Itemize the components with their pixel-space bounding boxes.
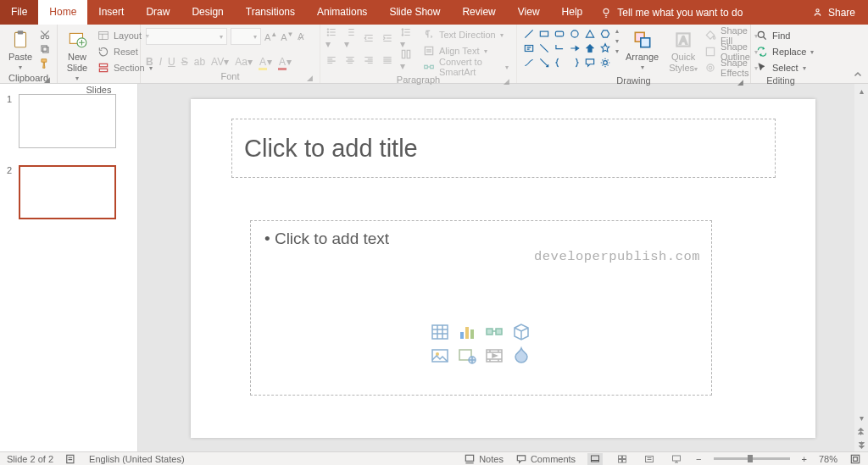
shape-triangle-icon[interactable] xyxy=(583,27,597,40)
italic-button[interactable]: I xyxy=(159,56,162,68)
bullets-button[interactable]: ▾ xyxy=(326,26,337,50)
tab-insert[interactable]: Insert xyxy=(87,0,135,25)
tab-design[interactable]: Design xyxy=(181,0,234,25)
gallery-up-icon[interactable]: ▴ xyxy=(615,27,619,35)
strike-button[interactable]: S xyxy=(181,56,188,68)
slideshow-view-icon[interactable] xyxy=(669,453,684,465)
font-launcher[interactable]: ◢ xyxy=(307,74,313,82)
tab-view[interactable]: View xyxy=(507,0,551,25)
shape-text-icon[interactable] xyxy=(522,42,536,54)
inc-indent-button[interactable] xyxy=(381,32,393,44)
bold-button[interactable]: B xyxy=(146,56,153,68)
status-language[interactable]: English (United States) xyxy=(89,454,185,464)
underline-button[interactable]: U xyxy=(168,56,175,68)
shape-effects-button[interactable]: Shape Effects ▾ xyxy=(704,60,758,75)
quick-styles-button[interactable]: A Quick Styles▾ xyxy=(665,27,701,75)
normal-view-icon[interactable] xyxy=(587,453,603,465)
insert-chart-icon[interactable] xyxy=(457,322,477,339)
prev-slide-icon[interactable]: ⯭ xyxy=(854,424,868,438)
thumbnail-2[interactable] xyxy=(19,165,116,219)
numbering-button[interactable]: ▾ xyxy=(344,26,356,50)
cut-button[interactable] xyxy=(39,29,51,41)
select-button[interactable]: Select ▾ xyxy=(756,60,814,75)
shape-line-icon[interactable] xyxy=(522,27,536,40)
insert-video-icon[interactable] xyxy=(484,346,504,363)
shape-hex-icon[interactable] xyxy=(598,27,612,40)
align-right-button[interactable] xyxy=(363,54,375,66)
tell-me-search[interactable]: Tell me what you want to do xyxy=(600,0,743,25)
columns-button[interactable]: ▾ xyxy=(400,48,412,72)
shape-callout-icon[interactable] xyxy=(583,56,597,69)
shape-elbow-icon[interactable] xyxy=(553,42,566,54)
format-painter-button[interactable] xyxy=(39,58,51,69)
shape-diagline-icon[interactable] xyxy=(537,42,551,54)
zoom-slider[interactable] xyxy=(714,457,790,460)
tab-help[interactable]: Help xyxy=(551,0,594,25)
insert-picture-icon[interactable] xyxy=(430,346,450,363)
tab-home[interactable]: Home xyxy=(38,0,87,25)
new-slide-button[interactable]: New Slide ▾ xyxy=(63,27,92,85)
smartart-button[interactable]: Convert to SmartArt ▾ xyxy=(420,59,511,75)
slide[interactable]: Click to add title • Click to add text d… xyxy=(191,99,815,438)
reading-view-icon[interactable] xyxy=(642,453,657,465)
tab-draw[interactable]: Draw xyxy=(135,0,181,25)
shape-sun-icon[interactable] xyxy=(598,56,612,69)
collapse-ribbon-icon[interactable] xyxy=(853,69,863,80)
changecase-button[interactable]: Aa▾ xyxy=(235,56,253,68)
clear-format-button[interactable]: A̷ xyxy=(298,31,304,42)
dec-indent-button[interactable] xyxy=(363,32,375,44)
font-color-button[interactable]: A▾ xyxy=(278,56,292,68)
shape-star-icon[interactable] xyxy=(598,42,612,54)
scroll-down-icon[interactable]: ▾ xyxy=(854,411,868,424)
tab-animations[interactable]: Animations xyxy=(306,0,378,25)
scroll-up-icon[interactable]: ▴ xyxy=(854,84,868,97)
vertical-scrollbar[interactable]: ▴ ▾ ⯭ ⯯ xyxy=(854,84,868,451)
next-slide-icon[interactable]: ⯯ xyxy=(854,438,868,451)
shape-brace-icon[interactable] xyxy=(553,56,566,69)
slide-canvas-area[interactable]: Click to add title • Click to add text d… xyxy=(138,84,868,451)
shapes-gallery[interactable] xyxy=(522,27,612,69)
font-size-combo[interactable]: ▾ xyxy=(231,28,261,45)
shape-arrow-icon[interactable] xyxy=(568,42,581,54)
paste-button[interactable]: Paste ▾ xyxy=(5,27,36,73)
text-direction-button[interactable]: Text Direction ▾ xyxy=(420,27,511,42)
font-family-combo[interactable]: ▾ xyxy=(146,28,227,45)
spacing-button[interactable]: AV▾ xyxy=(211,56,229,68)
shape-roundrect-icon[interactable] xyxy=(553,27,566,40)
line-spacing-button[interactable]: ▾ xyxy=(400,26,412,50)
justify-button[interactable] xyxy=(381,54,393,66)
zoom-level[interactable]: 78% xyxy=(819,454,837,464)
gallery-down-icon[interactable]: ▾ xyxy=(615,37,619,45)
spellcheck-icon[interactable] xyxy=(65,453,77,465)
insert-online-pic-icon[interactable] xyxy=(457,346,477,363)
shape-brace2-icon[interactable] xyxy=(568,56,581,69)
shape-rect-icon[interactable] xyxy=(537,27,551,40)
copy-button[interactable] xyxy=(39,43,51,55)
shrink-font-button[interactable]: A▼ xyxy=(281,30,293,42)
grow-font-button[interactable]: A▲ xyxy=(264,30,277,42)
insert-smartart-icon[interactable] xyxy=(484,322,504,339)
shape-circle-icon[interactable] xyxy=(568,27,581,40)
title-placeholder[interactable]: Click to add title xyxy=(231,119,776,178)
insert-3d-icon[interactable] xyxy=(511,322,531,339)
tab-transitions[interactable]: Transitions xyxy=(235,0,306,25)
notes-button[interactable]: Notes xyxy=(464,453,504,465)
align-left-button[interactable] xyxy=(326,54,337,66)
zoom-out-icon[interactable]: − xyxy=(696,454,701,464)
arrange-button[interactable]: Arrange ▾ xyxy=(622,27,662,73)
highlight-button[interactable]: A▾ xyxy=(259,56,272,68)
clipboard-launcher[interactable]: ◢ xyxy=(44,75,50,84)
share-button[interactable]: Share xyxy=(799,0,868,25)
insert-icon-icon[interactable] xyxy=(511,346,531,363)
fit-to-window-icon[interactable] xyxy=(849,453,861,465)
thumbnail-1[interactable] xyxy=(19,94,116,148)
shadow-button[interactable]: ab xyxy=(194,56,205,68)
shape-arrow2-icon[interactable] xyxy=(537,56,551,69)
align-center-button[interactable] xyxy=(344,54,356,66)
tab-file[interactable]: File xyxy=(0,0,38,25)
zoom-in-icon[interactable]: + xyxy=(802,454,807,464)
shape-uparrow-icon[interactable] xyxy=(583,42,597,54)
sorter-view-icon[interactable] xyxy=(615,453,630,465)
comments-button[interactable]: Comments xyxy=(515,453,576,465)
find-button[interactable]: Find xyxy=(756,28,814,43)
